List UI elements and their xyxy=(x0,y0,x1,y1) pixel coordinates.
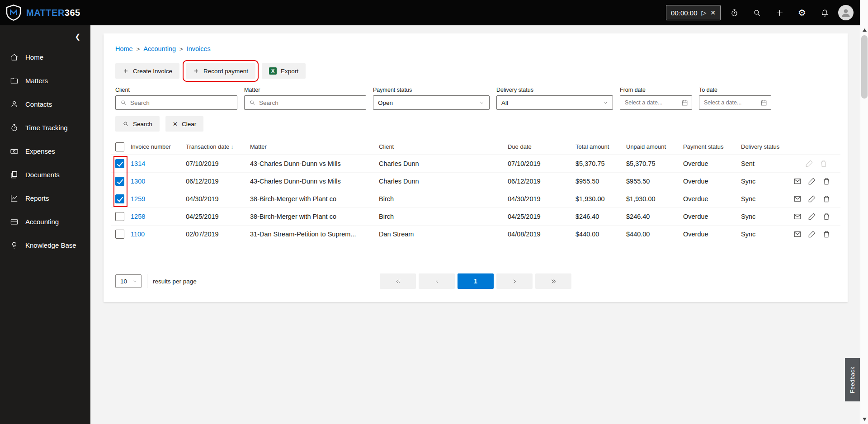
breadcrumb-home[interactable]: Home xyxy=(115,45,133,52)
excel-icon: X xyxy=(269,67,277,75)
client-search-field[interactable] xyxy=(130,99,237,106)
first-page-button[interactable] xyxy=(380,273,416,289)
column-invoice-number[interactable]: Invoice number xyxy=(131,143,186,150)
vertical-scrollbar[interactable] xyxy=(860,0,868,424)
invoice-number-link[interactable]: 1300 xyxy=(131,178,186,185)
sidebar-item-expenses[interactable]: Expenses xyxy=(0,139,90,163)
row-checkbox[interactable] xyxy=(115,230,124,239)
sidebar-item-documents[interactable]: Documents xyxy=(0,163,90,186)
settings-gear-icon[interactable]: ⚙ xyxy=(793,4,811,22)
pagination-bar: 10 results per page 1 xyxy=(111,273,840,289)
column-unpaid-amount[interactable]: Unpaid amount xyxy=(626,143,683,150)
table-row: 1258 04/25/2019 38-Birch-Merger with Pla… xyxy=(111,208,840,226)
sidebar-item-reports[interactable]: Reports xyxy=(0,186,90,210)
sidebar-collapse-icon[interactable]: ❮ xyxy=(75,33,80,41)
sidebar-item-home[interactable]: Home xyxy=(0,45,90,69)
last-page-button[interactable] xyxy=(535,273,571,289)
column-transaction-date[interactable]: Transaction date↓ xyxy=(186,143,250,150)
timer-play-icon[interactable]: ▷ xyxy=(701,9,706,16)
search-button[interactable]: Search xyxy=(115,116,160,132)
calendar-icon xyxy=(760,99,767,106)
invoice-toolbar: Create Invoice Record payment X Export xyxy=(111,63,840,79)
search-icon xyxy=(123,121,129,127)
scroll-down-arrow[interactable] xyxy=(860,415,868,423)
scrollbar-thumb[interactable] xyxy=(861,35,868,99)
sidebar-item-contacts[interactable]: Contacts xyxy=(0,92,90,116)
delete-icon[interactable] xyxy=(822,230,830,238)
search-icon[interactable] xyxy=(748,4,766,22)
mail-icon[interactable] xyxy=(793,177,802,185)
column-matter[interactable]: Matter xyxy=(250,143,379,150)
mail-icon[interactable] xyxy=(793,230,802,238)
stopwatch-icon[interactable] xyxy=(725,4,743,22)
column-client[interactable]: Client xyxy=(379,143,508,150)
table-header: Invoice number Transaction date↓ Matter … xyxy=(111,139,840,155)
column-total-amount[interactable]: Total amount xyxy=(576,143,626,150)
invoice-number-link[interactable]: 1100 xyxy=(131,231,186,238)
per-page-select[interactable]: 10 xyxy=(115,274,142,288)
delete-icon[interactable] xyxy=(822,177,830,185)
breadcrumb-separator: > xyxy=(179,46,183,52)
timer-widget[interactable]: 00:00:00 ▷ ✕ xyxy=(666,5,721,20)
create-invoice-button[interactable]: Create Invoice xyxy=(115,63,179,79)
client-search-input[interactable] xyxy=(115,95,237,110)
next-page-button[interactable] xyxy=(496,273,533,289)
breadcrumb-separator: > xyxy=(137,46,140,52)
row-checkbox[interactable] xyxy=(115,194,124,203)
row-checkbox[interactable] xyxy=(115,159,124,168)
sidebar-nav: ❮ Home Matters Contacts Time Tracking Ex… xyxy=(0,25,90,424)
invoice-number-link[interactable]: 1259 xyxy=(131,195,186,203)
delete-icon[interactable] xyxy=(822,212,830,221)
sidebar-item-knowledge-base[interactable]: Knowledge Base xyxy=(0,233,90,257)
user-avatar[interactable] xyxy=(838,5,854,20)
feedback-tab[interactable]: Feedback xyxy=(845,358,860,401)
mail-icon[interactable] xyxy=(793,212,802,221)
to-date-picker[interactable]: Select a date... xyxy=(699,95,771,110)
scroll-up-arrow[interactable] xyxy=(860,26,868,33)
edit-icon[interactable] xyxy=(808,177,816,185)
wallet-icon xyxy=(10,217,19,226)
add-icon[interactable] xyxy=(770,4,788,22)
sidebar-item-time-tracking[interactable]: Time Tracking xyxy=(0,116,90,139)
breadcrumb-accounting[interactable]: Accounting xyxy=(143,45,176,52)
edit-icon[interactable] xyxy=(808,195,816,203)
export-button[interactable]: X Export xyxy=(262,63,306,79)
select-all-checkbox[interactable] xyxy=(115,142,124,151)
from-date-picker[interactable]: Select a date... xyxy=(620,95,692,110)
chart-icon xyxy=(10,194,19,203)
edit-icon[interactable] xyxy=(808,212,816,221)
delete-icon[interactable] xyxy=(822,195,830,203)
table-row: 1300 06/12/2019 43-Charles Dunn-Dunn vs … xyxy=(111,173,840,190)
mail-icon[interactable] xyxy=(793,195,802,203)
pager: 1 xyxy=(380,273,571,289)
edit-icon[interactable] xyxy=(808,230,816,238)
timer-close-icon[interactable]: ✕ xyxy=(710,9,716,16)
breadcrumb-invoices[interactable]: Invoices xyxy=(187,45,211,52)
row-checkbox[interactable] xyxy=(115,212,124,221)
sidebar-item-accounting[interactable]: Accounting xyxy=(0,210,90,233)
edit-icon[interactable] xyxy=(805,160,813,168)
notifications-bell-icon[interactable] xyxy=(816,4,834,22)
matter-search-field[interactable] xyxy=(259,99,366,106)
matter-search-input[interactable] xyxy=(244,95,366,110)
column-due-date[interactable]: Due date xyxy=(508,143,576,150)
row-checkbox[interactable] xyxy=(115,177,124,186)
delete-icon[interactable] xyxy=(820,160,828,168)
invoice-number-link[interactable]: 1258 xyxy=(131,213,186,220)
invoices-panel: Home > Accounting > Invoices Create Invo… xyxy=(104,33,848,302)
chevron-down-icon xyxy=(132,279,137,284)
record-payment-button[interactable]: Record payment xyxy=(186,63,255,79)
page-1-button[interactable]: 1 xyxy=(458,273,494,289)
sidebar-item-matters[interactable]: Matters xyxy=(0,69,90,92)
app-logo: MATTER365 xyxy=(5,4,80,22)
payment-status-dropdown[interactable]: Open xyxy=(373,95,490,110)
clear-button[interactable]: ✕ Clear xyxy=(165,116,204,132)
column-payment-status[interactable]: Payment status xyxy=(683,143,741,150)
table-row: 1100 02/07/2019 31-Dan Stream-Petition t… xyxy=(111,226,840,243)
previous-page-button[interactable] xyxy=(419,273,455,289)
column-delivery-status[interactable]: Delivery status xyxy=(741,143,793,150)
invoice-number-link[interactable]: 1314 xyxy=(131,160,186,167)
delivery-status-dropdown[interactable]: All xyxy=(496,95,613,110)
plus-icon xyxy=(123,68,129,74)
timer-value: 00:00:00 xyxy=(671,9,697,17)
